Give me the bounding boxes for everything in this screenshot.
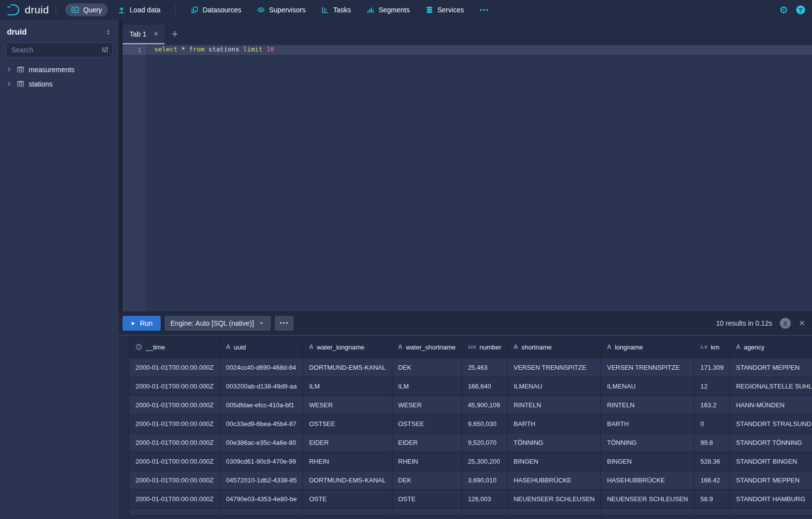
table-cell-agency[interactable]: STANDORT HAMBURG <box>730 490 812 509</box>
table-cell-agency[interactable]: STANDORT BINGEN <box>730 452 812 471</box>
table-cell-uuid[interactable]: 04790e03-4353-4e80-be <box>220 490 303 509</box>
table-cell-km[interactable]: 166.42 <box>694 471 730 490</box>
table-cell-uuid[interactable]: 0309cd61-90c9-470e-99 <box>220 452 303 471</box>
column-header-number[interactable]: 123number <box>462 336 508 358</box>
close-results-button[interactable]: ✕ <box>799 319 805 328</box>
table-cell-uuid[interactable]: 005dfdae-efcc-410a-bf1 <box>220 396 303 415</box>
column-header-water-shortname[interactable]: Awater_shortname <box>392 336 462 358</box>
table-cell-shortname[interactable]: RINTELN <box>508 396 601 415</box>
column-header-longname[interactable]: Alongname <box>601 336 694 358</box>
tree-item-measurements[interactable]: measurements <box>0 62 119 77</box>
help-button[interactable]: ? <box>796 5 805 14</box>
table-cell-longname[interactable]: BARTH <box>601 415 694 433</box>
nav-item-query[interactable]: Query <box>65 3 108 16</box>
column-header-shortname[interactable]: Ashortname <box>508 336 601 358</box>
table-cell-number[interactable]: 3,690,010 <box>462 471 508 490</box>
table-cell-number[interactable]: 25,300,200 <box>462 452 508 471</box>
table-cell-km[interactable]: 0 <box>694 415 730 433</box>
schema-selector[interactable]: druid <box>0 20 119 42</box>
table-cell-uuid[interactable]: 0024cc40-d690-468d-84 <box>220 358 303 377</box>
nav-item-load-data[interactable]: Load data <box>112 3 166 16</box>
table-cell-number[interactable]: 166,640 <box>462 377 508 396</box>
run-button[interactable]: Run <box>123 316 161 331</box>
table-cell-longname[interactable]: RINTELN <box>601 396 694 415</box>
table-cell-agency[interactable]: REGIONALSTELLE SUHL <box>730 377 812 396</box>
table-cell-water-longname[interactable]: OSTE <box>303 490 392 509</box>
table-cell-shortname[interactable]: ILMENAU <box>508 377 601 396</box>
table-cell-time[interactable]: 2000-01-01T00:00:00.000Z <box>129 396 220 415</box>
double-caret-sort-icon[interactable] <box>105 29 112 36</box>
table-cell-time[interactable]: 2000-01-01T00:00:00.000Z <box>129 452 220 471</box>
table-cell-water-shortname[interactable]: WESER <box>392 396 462 415</box>
table-cell-time[interactable]: 2000-01-01T00:00:00.000Z <box>129 358 220 377</box>
table-cell-time[interactable]: 2000-01-01T00:00:00.000Z <box>129 377 220 396</box>
table-cell-uuid[interactable]: 00e386ac-e35c-4a6e-80 <box>220 433 303 452</box>
search-input[interactable] <box>6 43 113 57</box>
table-cell-number[interactable]: 126,003 <box>462 490 508 509</box>
tab-1[interactable]: Tab 1 ✕ <box>123 25 165 44</box>
table-cell-km[interactable]: 58.9 <box>694 490 730 509</box>
table-cell-longname[interactable]: HASEHUBBRÜCKE <box>601 471 694 490</box>
engine-dropdown[interactable]: Engine: Auto [SQL (native)] <box>165 316 271 331</box>
settings-gear-button[interactable]: ⚙ <box>779 5 788 15</box>
table-cell-agency[interactable]: STANDORT MEPPEN <box>730 471 812 490</box>
table-cell-shortname[interactable]: BARTH <box>508 415 601 433</box>
table-cell-water-longname[interactable]: WESER <box>303 396 392 415</box>
table-cell-km[interactable]: 528.36 <box>694 452 730 471</box>
table-cell-water-longname[interactable]: ILM <box>303 377 392 396</box>
table-cell-water-longname[interactable]: OSTSEE <box>303 415 392 433</box>
table-cell-km[interactable]: 12 <box>694 377 730 396</box>
table-cell-agency[interactable]: STANDORT STRALSUND <box>730 415 812 433</box>
nav-item-supervisors[interactable]: Supervisors <box>251 3 311 16</box>
sql-code-line[interactable]: select * from stations limit 10 <box>154 44 274 54</box>
nav-item-more[interactable]: ••• <box>474 4 496 16</box>
table-cell-water-shortname[interactable]: OSTE <box>392 490 462 509</box>
table-cell-uuid[interactable]: 04572010-1db2-4338-85 <box>220 471 303 490</box>
table-cell-longname[interactable]: ILMENAU <box>601 377 694 396</box>
table-cell-number[interactable]: 45,900,109 <box>462 396 508 415</box>
table-cell-agency[interactable]: STANDORT MEPPEN <box>730 358 812 377</box>
table-cell-agency[interactable]: HANN-MÜNDEN <box>730 396 812 415</box>
nav-item-datasources[interactable]: Datasources <box>185 3 248 16</box>
chevron-right-icon[interactable] <box>6 66 12 73</box>
table-cell-water-shortname[interactable]: RHEIN <box>392 452 462 471</box>
tab-close-icon[interactable]: ✕ <box>153 30 159 38</box>
table-cell-water-shortname[interactable]: EIDER <box>392 433 462 452</box>
table-cell-number[interactable]: 25,463 <box>462 358 508 377</box>
chevron-right-icon[interactable] <box>6 81 12 87</box>
table-cell-water-shortname[interactable]: OSTSEE <box>392 415 462 433</box>
table-cell-time[interactable]: 2000-01-01T00:00:00.000Z <box>129 471 220 490</box>
table-cell-longname[interactable]: NEUENSEER SCHLEUSEN <box>601 490 694 509</box>
table-cell-shortname[interactable]: TÖNNING <box>508 433 601 452</box>
table-cell-water-longname[interactable]: RHEIN <box>303 452 392 471</box>
table-cell-km[interactable]: 99.8 <box>694 433 730 452</box>
column-header-water-longname[interactable]: Awater_longname <box>303 336 392 358</box>
new-tab-button[interactable]: + <box>171 28 178 44</box>
table-cell-shortname[interactable]: NEUENSEER SCHLEUSEN <box>508 490 601 509</box>
table-cell-water-shortname[interactable]: ILM <box>392 377 462 396</box>
table-cell-longname[interactable]: BINGEN <box>601 452 694 471</box>
download-results-button[interactable] <box>780 318 791 329</box>
table-cell-number[interactable]: 9,650,030 <box>462 415 508 433</box>
table-cell-water-longname[interactable]: EIDER <box>303 433 392 452</box>
query-more-button[interactable]: ••• <box>275 316 294 331</box>
table-cell-uuid[interactable]: 00c33ed9-6bea-45b4-87 <box>220 415 303 433</box>
nav-item-tasks[interactable]: Tasks <box>315 3 357 16</box>
table-cell-km[interactable]: 171.309 <box>694 358 730 377</box>
nav-item-segments[interactable]: Segments <box>361 3 416 16</box>
table-cell-longname[interactable]: VERSEN TRENNSPITZE <box>601 358 694 377</box>
table-cell-km[interactable]: 163.2 <box>694 396 730 415</box>
table-cell-shortname[interactable]: VERSEN TRENNSPITZE <box>508 358 601 377</box>
column-header-agency[interactable]: Aagency <box>730 336 812 358</box>
nav-item-services[interactable]: Services <box>420 3 470 16</box>
table-cell-water-longname[interactable]: DORTMUND-EMS-KANAL <box>303 471 392 490</box>
table-cell-water-shortname[interactable]: DEK <box>392 358 462 377</box>
table-cell-shortname[interactable]: HASEHUBBRÜCKE <box>508 471 601 490</box>
column-header-time[interactable]: __time <box>129 336 220 358</box>
table-cell-water-longname[interactable]: DORTMUND-EMS-KANAL <box>303 358 392 377</box>
table-cell-shortname[interactable]: BINGEN <box>508 452 601 471</box>
table-cell-time[interactable]: 2000-01-01T00:00:00.000Z <box>129 490 220 509</box>
table-cell-uuid[interactable]: 003200ab-d138-49d9-aa <box>220 377 303 396</box>
sql-editor[interactable]: 1 select * from stations limit 10 <box>123 44 812 311</box>
tree-item-stations[interactable]: stations <box>0 77 119 91</box>
